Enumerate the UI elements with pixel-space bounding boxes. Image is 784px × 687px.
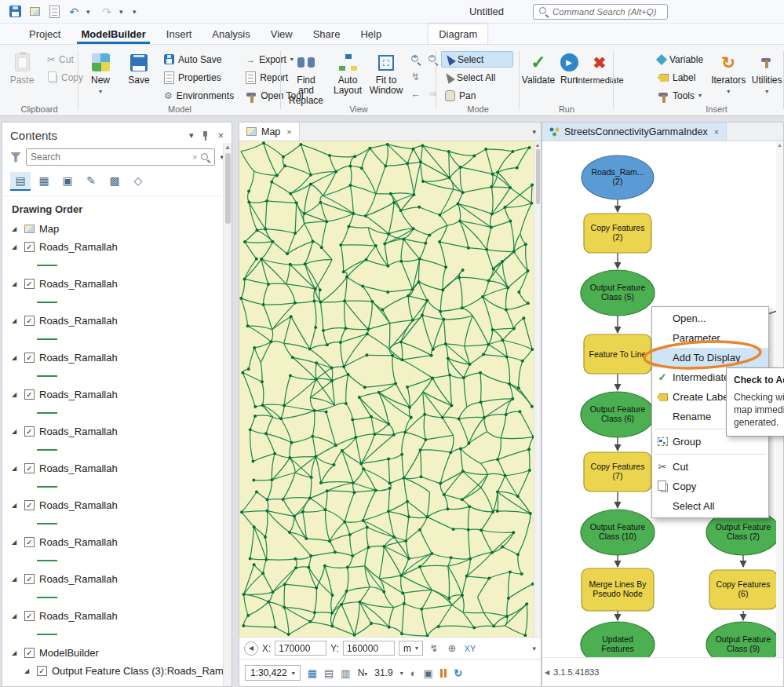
pin-icon[interactable] [200,130,210,141]
tab-help[interactable]: Help [350,24,392,44]
expand-icon[interactable]: ◢ [12,280,20,287]
tab-labeling-view[interactable]: ◇ [128,172,148,191]
heading-value[interactable]: 31.9 [374,667,392,678]
expand-icon[interactable]: ◢ [12,391,20,398]
contents-search[interactable]: × [26,148,215,166]
open-project-icon[interactable] [27,5,42,19]
layer-checkbox[interactable]: ✓ [24,574,35,584]
model-node-output-feature-class-6[interactable]: Output FeatureClass (6) [581,392,655,437]
line-symbol[interactable] [37,597,57,598]
pause-drawing-icon[interactable] [440,669,447,678]
layer-checkbox[interactable]: ✓ [24,279,35,289]
line-symbol[interactable] [37,560,57,561]
layer-row[interactable]: ◢✓Roads_Ramallah [2,607,232,625]
select-mode-button[interactable]: Select [441,51,513,68]
north-arrow[interactable]: N▾ [358,667,368,678]
filter-icon[interactable] [10,152,21,163]
tab-insert[interactable]: Insert [156,24,202,44]
expand-icon[interactable]: ◢ [12,539,20,546]
tab-drawing-order[interactable]: ▤ [10,172,31,191]
crosshair-icon[interactable]: ⊕ [445,642,459,654]
tab-list-chevron-icon[interactable]: ▾ [532,128,541,136]
x-coordinate-input[interactable] [275,641,326,656]
layer-checkbox[interactable]: ✓ [24,463,35,473]
map-scrollbar[interactable]: ▲ [534,141,541,637]
variable-button[interactable]: Variable [654,51,707,68]
menu-item-add-to-display[interactable]: Add To Display [652,348,768,367]
zoom-in-icon[interactable]: + [407,51,424,68]
layer-checkbox[interactable]: ✓ [24,537,35,547]
layer-row[interactable]: ◢✓Roads_Ramallah [2,570,232,588]
layer-row[interactable]: ◢✓Roads_Ramallah [2,349,232,367]
scroll-left-icon[interactable]: ◀ [545,669,549,676]
line-symbol[interactable] [37,338,57,340]
layer-checkbox[interactable]: ✓ [24,389,35,400]
lock-icon[interactable]: ▣ [424,667,433,679]
layer-checkbox[interactable]: ✓ [24,500,35,510]
layer-checkbox[interactable]: ✓ [24,426,35,437]
scroll-up-icon[interactable]: ▲ [535,141,541,148]
command-search-input[interactable] [552,7,675,16]
line-symbol[interactable] [37,412,57,414]
line-symbol[interactable] [37,375,57,377]
layer-checkbox[interactable]: ✓ [24,648,35,658]
layer-row[interactable]: ◢✓Roads_Ramallah [2,422,232,440]
model-node-feature-to-line[interactable]: Feature To Line [584,334,651,374]
layer-row[interactable]: ◢✓Roads_Ramallah [2,386,232,404]
find-replace-button[interactable]: Find and Replace [286,49,326,107]
select-all-button[interactable]: Select All [441,69,513,86]
line-symbol[interactable] [37,523,57,524]
tab-list-by-selection[interactable]: ▣ [57,172,78,191]
snapping-icon[interactable]: ▤ [324,667,334,679]
model-node-copy-features-7[interactable]: Copy Features(7) [584,452,651,491]
line-symbol[interactable] [37,301,57,303]
label-button[interactable]: Label [654,69,707,86]
zoom-selection-icon[interactable]: ↯ [407,68,424,85]
model-tab[interactable]: StreetsConnectivityGammaIndex × [542,122,727,141]
tab-analysis[interactable]: Analysis [202,24,260,44]
undo-icon[interactable]: ↶ [67,5,81,19]
qat-customize-icon[interactable]: ▾ [133,8,140,16]
scroll-thumb[interactable] [225,153,231,224]
map-canvas[interactable] [239,141,535,638]
expand-icon[interactable]: ◢ [12,225,20,232]
properties-button[interactable]: Properties [160,69,238,86]
expand-icon[interactable]: ◢ [24,667,32,674]
close-icon[interactable]: × [217,130,224,141]
pan-button[interactable]: Pan [441,87,513,104]
layer-row[interactable]: ◢✓Roads_Ramallah [2,533,232,551]
contents-scrollbar[interactable]: ▲ [223,143,232,686]
layer-checkbox[interactable]: ✓ [24,316,35,326]
auto-save-button[interactable]: Auto Save [160,51,238,68]
tab-edit-view[interactable]: ✎ [81,172,101,191]
layer-row[interactable]: ◢✓Roads_Ramallah [2,275,232,293]
expand-icon[interactable]: ◢ [12,317,20,324]
fit-to-window-button[interactable]: Fit to Window [369,49,403,96]
refresh-icon[interactable]: ↻ [454,667,462,679]
auto-layout-button[interactable]: Auto Layout [330,49,365,96]
model-node-copy-features-6[interactable]: Copy Features(6) [709,570,777,609]
layer-checkbox[interactable]: ✓ [24,611,35,621]
menu-item-copy[interactable]: Copy [652,477,768,496]
back-icon[interactable]: ← [407,86,424,102]
layer-row[interactable]: ◢✓Roads_Ramallah [2,238,232,256]
layer-row[interactable]: ◢✓Roads_Ramallah [2,496,232,514]
menu-item-parameter[interactable]: Parameter [652,328,768,348]
zoom-to-coordinate-icon[interactable]: ↯ [427,642,441,654]
line-symbol[interactable] [37,486,57,488]
model-node-roads[interactable]: Roads_Ram...(2) [582,155,654,199]
scroll-up-icon[interactable]: ▲ [224,144,231,151]
globe-icon[interactable]: ◐ [410,667,417,679]
save-project-icon[interactable] [8,5,22,19]
expand-icon[interactable]: ◢ [12,502,20,509]
menu-item-open[interactable]: Open... [652,309,768,328]
panel-chevron-icon[interactable]: ▾ [189,130,194,141]
iterators-button[interactable]: ↻ Iterators ▾ [711,49,746,95]
line-symbol[interactable] [37,449,57,451]
unit-dropdown[interactable]: m▾ [399,641,423,656]
map-tree-item[interactable]: ◢ Map [2,220,232,238]
layout-grid-icon[interactable]: ▥ [341,667,350,679]
line-symbol[interactable] [37,265,57,266]
output-layer-row[interactable]: ◢✓Output Feature Class (3):Roads_Ramalla… [2,662,232,680]
save-model-button[interactable]: Save [122,49,156,86]
